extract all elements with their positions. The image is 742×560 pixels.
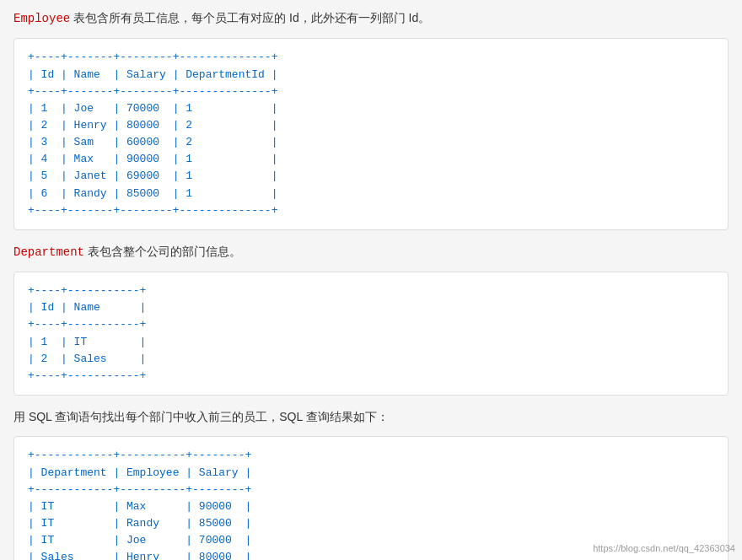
intro-department: Department 表包含整个公司的部门信息。	[13, 242, 729, 261]
department-ascii-table: +----+-----------+ | Id | Name | +----+-…	[28, 283, 714, 385]
watermark: https://blog.csdn.net/qq_42363034	[593, 543, 735, 553]
employee-ascii-table: +----+-------+--------+--------------+ |…	[28, 49, 714, 218]
keyword-employee: Employee	[13, 12, 70, 25]
result-table-box: +------------+----------+--------+ | Dep…	[13, 436, 729, 560]
department-table-box: +----+-----------+ | Id | Name | +----+-…	[13, 272, 729, 396]
employee-table-box: +----+-------+--------+--------------+ |…	[13, 38, 729, 229]
keyword-department: Department	[13, 245, 84, 259]
intro-employee: Employee 表包含所有员工信息，每个员工有对应的 Id，此外还有一列部门 …	[13, 8, 729, 28]
intro-query: 用 SQL 查询语句找出每个部门中收入前三的员工，SQL 查询结果如下：	[13, 407, 729, 426]
